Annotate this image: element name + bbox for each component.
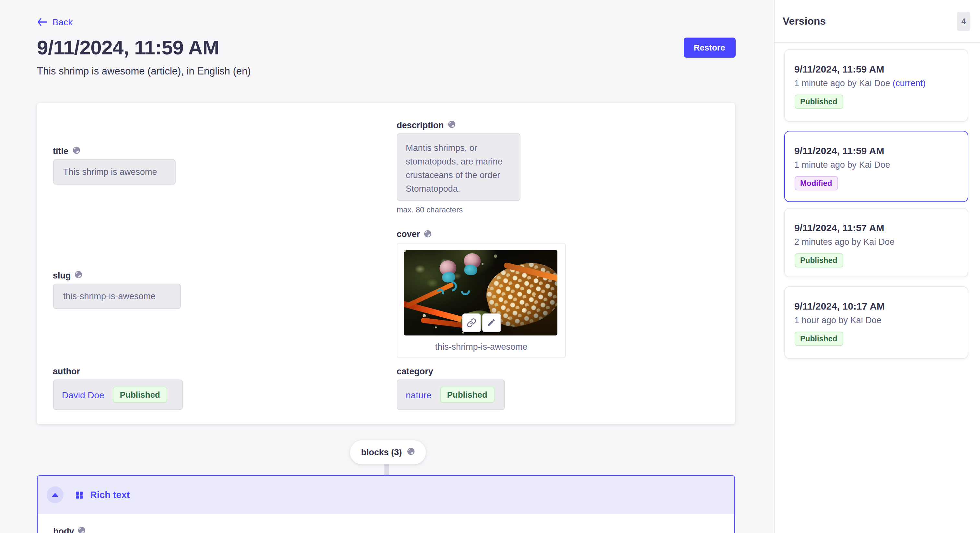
body-field-label: body: [53, 526, 74, 533]
component-grid-icon: [75, 490, 84, 499]
description-field: description Mantis shrimps, or stomatopo…: [397, 120, 520, 214]
localized-globe-icon: [75, 270, 83, 281]
version-date: 9/11/2024, 11:59 AM: [794, 145, 958, 156]
author-relation-link[interactable]: David Doe: [62, 390, 104, 400]
version-meta: 1 minute ago by Kai Doe: [794, 160, 958, 169]
pencil-icon: [487, 318, 496, 327]
restore-button[interactable]: Restore: [684, 37, 735, 58]
category-status-badge: Published: [440, 387, 494, 403]
versions-sidebar-header: Versions 4: [774, 0, 980, 43]
version-card[interactable]: 9/11/2024, 11:59 AM 1 minute ago by Kai …: [784, 49, 968, 122]
version-card[interactable]: 9/11/2024, 11:57 AM 2 minutes ago by Kai…: [784, 208, 968, 277]
description-textarea: Mantis shrimps, or stomatopods, are mari…: [397, 133, 520, 201]
author-relation-box: David Doe Published: [53, 379, 183, 410]
versions-sidebar: Versions 4 9/11/2024, 11:59 AM 1 minute …: [773, 0, 980, 533]
author-field-label: author: [53, 366, 80, 376]
page-subtitle: This shrimp is awesome (article), in Eng…: [37, 65, 251, 77]
body-field-label-row: body: [53, 525, 86, 533]
version-date: 9/11/2024, 10:17 AM: [794, 300, 958, 311]
version-card[interactable]: 9/11/2024, 11:59 AM 1 minute ago by Kai …: [784, 130, 968, 202]
localized-globe-icon: [78, 525, 86, 533]
rich-text-block-title: Rich text: [90, 490, 130, 500]
version-meta-text: 2 minutes ago by Kai Doe: [794, 237, 894, 246]
page-title: 9/11/2024, 11:59 AM: [37, 36, 219, 60]
copy-link-button[interactable]: [462, 313, 480, 332]
blocks-pill-label: blocks (3): [361, 447, 402, 457]
version-meta-text: 1 minute ago by Kai Doe: [794, 78, 890, 88]
localized-globe-icon: [448, 119, 456, 131]
description-hint: max. 80 characters: [397, 205, 520, 214]
main-content: Back 9/11/2024, 11:59 AM This shrimp is …: [0, 0, 773, 533]
back-link[interactable]: Back: [37, 17, 73, 27]
slug-field-label: slug: [53, 270, 71, 280]
entry-form-card: title This shrimp is awesome slug this-s…: [37, 103, 735, 424]
cover-filename: this-shrimp-is-awesome: [397, 342, 565, 351]
version-status-badge: Published: [794, 253, 843, 267]
version-meta: 1 minute ago by Kai Doe (current): [794, 78, 958, 88]
slug-input: this-shrimp-is-awesome: [53, 284, 180, 309]
author-field: author David Doe Published: [53, 366, 183, 410]
author-status-badge: Published: [113, 387, 167, 403]
version-status-badge: Published: [794, 95, 843, 109]
title-input: This shrimp is awesome: [53, 159, 175, 185]
title-field-label: title: [53, 146, 68, 156]
category-field-label: category: [397, 366, 433, 376]
collapse-button[interactable]: [47, 486, 64, 503]
edit-media-button[interactable]: [482, 313, 501, 332]
title-field: title This shrimp is awesome: [53, 146, 175, 185]
versions-count-badge: 4: [957, 11, 970, 31]
localized-globe-icon: [424, 228, 432, 240]
version-card[interactable]: 9/11/2024, 10:17 AM 1 hour ago by Kai Do…: [784, 286, 968, 359]
version-date: 9/11/2024, 11:57 AM: [794, 222, 958, 233]
blocks-connector: [384, 462, 389, 475]
current-indicator: (current): [892, 78, 926, 88]
slug-field: slug this-shrimp-is-awesome: [53, 270, 180, 309]
version-meta: 1 hour ago by Kai Doe: [794, 315, 958, 325]
localized-globe-icon: [72, 145, 80, 157]
cover-field: cover: [397, 229, 566, 358]
cover-media-card: this-shrimp-is-awesome: [397, 243, 566, 358]
back-arrow-icon: [37, 18, 47, 26]
version-history-page: Back 9/11/2024, 11:59 AM This shrimp is …: [0, 0, 980, 533]
version-status-badge: Modified: [794, 176, 838, 190]
version-status-badge: Published: [794, 331, 843, 346]
link-icon: [466, 318, 476, 327]
back-label: Back: [52, 17, 73, 27]
versions-title: Versions: [783, 15, 826, 27]
version-meta: 2 minutes ago by Kai Doe: [794, 237, 958, 246]
category-field: category nature Published: [397, 366, 505, 410]
rich-text-block: Rich text body: [37, 475, 735, 533]
category-relation-link[interactable]: nature: [406, 390, 431, 400]
localized-globe-icon: [407, 447, 415, 457]
version-meta-text: 1 minute ago by Kai Doe: [794, 160, 890, 169]
cover-field-label: cover: [397, 229, 420, 239]
description-field-label: description: [397, 120, 444, 130]
category-relation-box: nature Published: [397, 379, 505, 410]
blocks-field-pill[interactable]: blocks (3): [350, 440, 426, 464]
rich-text-block-header[interactable]: Rich text: [38, 476, 734, 514]
chevron-up-icon: [52, 493, 58, 497]
version-date: 9/11/2024, 11:59 AM: [794, 63, 958, 75]
version-meta-text: 1 hour ago by Kai Doe: [794, 315, 881, 325]
